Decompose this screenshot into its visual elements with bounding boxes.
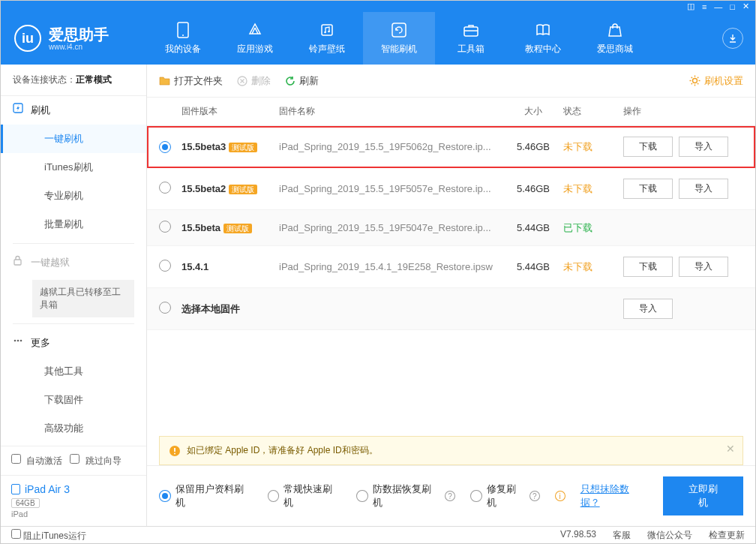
notice-close-icon[interactable]: ✕ — [726, 443, 735, 455]
firmware-radio[interactable] — [159, 221, 171, 233]
minimize-icon[interactable]: — — [714, 2, 722, 11]
close-icon[interactable]: ✕ — [742, 2, 749, 11]
firmware-size: 5.44GB — [503, 261, 563, 272]
firmware-row[interactable]: 15.4.1iPad_Spring_2019_15.4.1_19E258_Res… — [147, 246, 755, 288]
nav-tutorials[interactable]: 教程中心 — [507, 12, 579, 65]
nav-toolbox[interactable]: 工具箱 — [435, 12, 507, 65]
connection-status: 设备连接状态：正常模式 — [1, 65, 146, 96]
firmware-version: 选择本地固件 — [182, 303, 240, 314]
nav-apps[interactable]: 应用游戏 — [219, 12, 291, 65]
beta-badge: 测试版 — [224, 224, 252, 233]
svg-rect-5 — [392, 23, 406, 37]
toolbox-icon — [463, 22, 479, 38]
sidebar-group-flash[interactable]: 刷机 — [1, 96, 146, 125]
folder-icon — [159, 75, 170, 86]
help-icon[interactable]: ? — [530, 491, 540, 501]
svg-line-25 — [692, 83, 692, 84]
sidebar-item-batch[interactable]: 批量刷机 — [1, 210, 146, 239]
flash-settings-button[interactable]: 刷机设置 — [689, 74, 743, 88]
skip-guide-checkbox[interactable]: 跳过向导 — [70, 454, 121, 467]
nav-flash[interactable]: 智能刷机 — [363, 12, 435, 65]
firmware-version: 15.5beta3 — [182, 141, 226, 152]
svg-point-3 — [324, 31, 326, 33]
firmware-row[interactable]: 15.5beta测试版iPad_Spring_2019_15.5_19F5047… — [147, 210, 755, 246]
block-itunes-checkbox[interactable]: 阻止iTunes运行 — [11, 529, 86, 542]
col-size: 大小 — [503, 105, 563, 118]
sidebar-item-advanced[interactable]: 高级功能 — [1, 414, 146, 443]
refresh-button[interactable]: 刷新 — [284, 74, 319, 88]
col-version: 固件版本 — [182, 105, 279, 118]
lock-icon — [13, 255, 23, 266]
sidebar: 设备连接状态：正常模式 刷机 一键刷机 iTunes刷机 专业刷机 批量刷机 一… — [1, 65, 147, 526]
main-panel: 打开文件夹 删除 刷新 刷机设置 固件版本 固件名称 大小 状态 操作 15.5… — [147, 65, 755, 526]
beta-badge: 测试版 — [229, 143, 257, 152]
import-button[interactable]: 导入 — [623, 299, 673, 319]
logo-mark: iu — [14, 25, 41, 52]
nav-store[interactable]: 爱思商城 — [579, 12, 651, 65]
firmware-radio[interactable] — [159, 260, 171, 272]
svg-line-23 — [698, 83, 698, 84]
firmware-version: 15.5beta — [182, 222, 220, 233]
sidebar-group-more[interactable]: 更多 — [1, 329, 146, 357]
svg-point-17 — [693, 79, 698, 83]
firmware-radio[interactable] — [159, 302, 171, 314]
firmware-filename: iPad_Spring_2019_15.5_19F5057e_Restore.i… — [279, 183, 503, 194]
firmware-row[interactable]: 选择本地固件导入 — [147, 288, 755, 330]
firmware-radio[interactable] — [159, 182, 171, 194]
svg-rect-2 — [322, 25, 332, 35]
firmware-status: 未下载 — [563, 260, 623, 274]
svg-point-1 — [182, 35, 184, 36]
auto-activate-checkbox[interactable]: 自动激活 — [11, 454, 62, 467]
footer-update[interactable]: 检查更新 — [709, 529, 745, 542]
device-panel[interactable]: iPad Air 3 64GB iPad — [1, 475, 146, 526]
svg-line-24 — [698, 77, 698, 78]
svg-point-28 — [174, 452, 176, 454]
flash-opt-repair[interactable]: 修复刷机? — [470, 482, 540, 509]
sidebar-item-other-tools[interactable]: 其他工具 — [1, 357, 146, 386]
sidebar-item-oneclick[interactable]: 一键刷机 — [1, 125, 146, 153]
import-button[interactable]: 导入 — [679, 137, 728, 157]
firmware-row[interactable]: 15.5beta2测试版iPad_Spring_2019_15.5_19F505… — [147, 168, 755, 210]
sidebar-item-pro[interactable]: 专业刷机 — [1, 182, 146, 210]
download-icon — [722, 28, 743, 49]
firmware-row[interactable]: 15.5beta3测试版iPad_Spring_2019_15.5_19F506… — [147, 126, 755, 168]
firmware-version: 15.5beta2 — [182, 183, 226, 194]
nav-my-device[interactable]: 我的设备 — [147, 12, 219, 65]
download-button[interactable]: 下载 — [623, 257, 673, 277]
footer-service[interactable]: 客服 — [613, 529, 631, 542]
svg-rect-10 — [14, 260, 21, 265]
nav-ringtones[interactable]: 铃声壁纸 — [291, 12, 363, 65]
footer-wechat[interactable]: 微信公众号 — [647, 529, 692, 542]
svg-point-11 — [14, 340, 16, 342]
device-type: iPad — [11, 509, 136, 518]
maximize-icon[interactable]: □ — [730, 2, 735, 11]
flash-opt-keep-data[interactable]: 保留用户资料刷机 — [159, 482, 253, 509]
svg-line-22 — [692, 77, 692, 78]
col-action: 操作 — [623, 105, 743, 118]
warning-icon — [169, 445, 181, 457]
import-button[interactable]: 导入 — [679, 179, 728, 199]
open-folder-button[interactable]: 打开文件夹 — [159, 74, 223, 88]
flash-opt-normal[interactable]: 常规快速刷机 — [268, 482, 342, 509]
titlebar-btn[interactable]: ≡ — [702, 2, 706, 11]
gear-icon — [689, 75, 700, 86]
app-title: 爱思助手 — [49, 26, 109, 43]
book-icon — [535, 22, 551, 38]
help-icon[interactable]: ? — [445, 491, 455, 501]
erase-link[interactable]: 只想抹除数据？ — [580, 482, 648, 509]
import-button[interactable]: 导入 — [679, 257, 728, 277]
sidebar-item-itunes[interactable]: iTunes刷机 — [1, 153, 146, 182]
titlebar-btn[interactable]: ◫ — [687, 2, 694, 11]
firmware-status: 未下载 — [563, 182, 623, 196]
info-icon: i — [555, 491, 566, 501]
download-button[interactable]: 下载 — [623, 137, 673, 157]
more-icon — [13, 335, 23, 346]
firmware-radio[interactable] — [159, 141, 171, 153]
flash-opt-anti-recovery[interactable]: 防数据恢复刷机? — [356, 482, 454, 509]
download-button[interactable]: 下载 — [623, 179, 673, 199]
flash-now-button[interactable]: 立即刷机 — [663, 476, 743, 515]
header-download[interactable] — [710, 28, 755, 49]
firmware-filename: iPad_Spring_2019_15.5_19F5062g_Restore.i… — [279, 141, 503, 152]
app-header: iu 爱思助手 www.i4.cn 我的设备 应用游戏 铃声壁纸 智能刷机 工具… — [1, 12, 755, 65]
sidebar-item-download-fw[interactable]: 下载固件 — [1, 386, 146, 414]
